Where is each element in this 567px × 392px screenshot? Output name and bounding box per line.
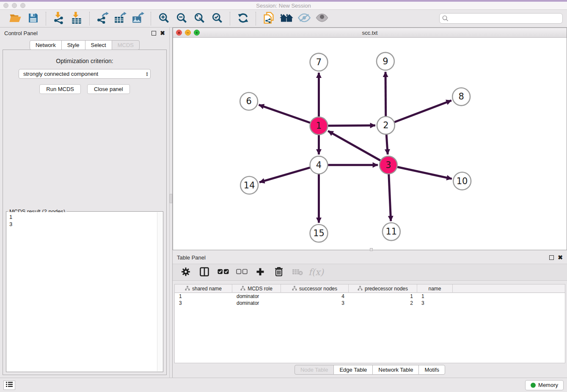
close-panel-icon[interactable]: ✖ xyxy=(160,31,165,36)
edge-3-10[interactable] xyxy=(397,167,452,179)
graph-node-8[interactable]: 8 xyxy=(452,88,470,105)
import-network-button[interactable] xyxy=(51,11,66,26)
table-cell[interactable]: dominator xyxy=(232,293,281,300)
graph-node-1[interactable]: 1 xyxy=(310,117,328,135)
column-header-MCDS-role[interactable]: MCDS role xyxy=(232,284,281,293)
network-window-titlebar[interactable]: ✕ − + scc.txt xyxy=(173,28,567,38)
export-network-button[interactable] xyxy=(95,11,110,26)
zoom-out-button[interactable] xyxy=(174,11,189,26)
svg-text:9: 9 xyxy=(383,56,388,66)
select-all-columns-button[interactable] xyxy=(216,265,230,279)
edge-3-11[interactable] xyxy=(389,174,391,221)
edge-3-1[interactable] xyxy=(328,131,380,160)
tab-select[interactable]: Select xyxy=(85,40,112,50)
frame-maximize-button[interactable]: + xyxy=(194,30,200,36)
export-table-button[interactable] xyxy=(113,11,128,26)
tree-sort-icon xyxy=(292,286,297,292)
delete-column-button[interactable] xyxy=(272,265,286,279)
open-session-button[interactable] xyxy=(8,11,23,26)
save-session-button[interactable] xyxy=(25,11,41,26)
tab-network-table[interactable]: Network Table xyxy=(372,365,419,375)
graph-node-9[interactable]: 9 xyxy=(377,52,394,70)
zoom-in-button[interactable] xyxy=(156,11,171,26)
table-cell[interactable]: 2 xyxy=(349,300,417,306)
table-cell[interactable]: 1 xyxy=(175,293,232,300)
close-window-button[interactable] xyxy=(3,3,8,8)
table-row[interactable]: 1dominator411 xyxy=(175,293,565,300)
float-panel-icon[interactable] xyxy=(549,255,554,260)
run-mcds-button[interactable]: Run MCDS xyxy=(39,84,81,94)
table-cell[interactable]: 3 xyxy=(417,300,453,306)
graph-node-15[interactable]: 15 xyxy=(310,224,328,242)
task-history-button[interactable] xyxy=(3,381,15,390)
table-cell[interactable]: 3 xyxy=(281,300,349,306)
result-scrollbar[interactable] xyxy=(157,212,162,371)
network-canvas[interactable]: 7968124314101511 xyxy=(173,38,567,250)
memory-button[interactable]: Memory xyxy=(525,380,564,390)
close-panel-button[interactable]: Close panel xyxy=(87,84,130,94)
graph-node-3[interactable]: 3 xyxy=(380,156,397,174)
graph-node-7[interactable]: 7 xyxy=(310,53,328,71)
delete-table-icon xyxy=(292,268,303,277)
import-table-button[interactable] xyxy=(69,11,84,26)
zoom-selected-button[interactable] xyxy=(209,11,225,26)
edge-4-14[interactable] xyxy=(259,167,310,182)
table-cell[interactable]: 1 xyxy=(349,293,417,300)
create-column-button[interactable] xyxy=(253,265,267,279)
graph-node-14[interactable]: 14 xyxy=(240,176,258,194)
show-column-panel-button[interactable] xyxy=(197,265,212,279)
deselect-all-columns-button[interactable] xyxy=(234,265,249,279)
frame-close-button[interactable]: ✕ xyxy=(176,30,182,36)
tab-edge-table[interactable]: Edge Table xyxy=(333,365,373,375)
column-header-name[interactable]: name xyxy=(417,284,453,293)
search-input[interactable] xyxy=(439,13,563,24)
svg-text:8: 8 xyxy=(458,91,464,102)
mcds-result-list[interactable]: 13 xyxy=(7,212,157,371)
hide-selected-button[interactable] xyxy=(297,11,312,26)
criterion-select-value: strongly connected component xyxy=(23,71,98,77)
table-cell[interactable]: 1 xyxy=(417,293,453,300)
table-cell[interactable]: 3 xyxy=(175,300,232,306)
export-image-button[interactable] xyxy=(130,11,146,26)
frame-minimize-button[interactable]: − xyxy=(185,30,191,36)
refresh-button[interactable] xyxy=(235,11,250,26)
svg-text:6: 6 xyxy=(246,96,251,106)
tab-network[interactable]: Network xyxy=(30,40,62,50)
edge-1-6[interactable] xyxy=(259,105,311,123)
graph-node-4[interactable]: 4 xyxy=(310,156,328,174)
edge-2-3[interactable] xyxy=(386,134,388,155)
houses-button[interactable] xyxy=(279,11,294,26)
column-header-shared-name[interactable]: shared name xyxy=(175,284,232,293)
zoom-fit-button[interactable] xyxy=(192,11,207,26)
show-all-button[interactable] xyxy=(314,11,330,26)
maximize-window-button[interactable] xyxy=(20,3,25,8)
graph-node-10[interactable]: 10 xyxy=(453,172,471,190)
tab-motifs[interactable]: Motifs xyxy=(418,365,445,375)
tab-style[interactable]: Style xyxy=(61,40,85,50)
panel-splitter[interactable] xyxy=(169,28,173,378)
clone-network-button[interactable] xyxy=(261,11,276,26)
criterion-select[interactable]: strongly connected component ▲▼ xyxy=(19,69,151,79)
column-header-predecessor-nodes[interactable]: predecessor nodes xyxy=(349,284,417,293)
frame-resize-grip[interactable] xyxy=(370,248,373,251)
control-panel-tabs: NetworkStyleSelectMCDS xyxy=(0,40,169,50)
graph-node-2[interactable]: 2 xyxy=(377,116,395,134)
table-cell[interactable]: dominator xyxy=(232,300,281,306)
edge-2-8[interactable] xyxy=(394,100,451,122)
column-header-successor-nodes[interactable]: successor nodes xyxy=(281,284,349,293)
minimize-window-button[interactable] xyxy=(12,3,17,8)
result-item[interactable]: 3 xyxy=(9,221,154,228)
table-settings-button[interactable] xyxy=(179,265,193,279)
graph-node-11[interactable]: 11 xyxy=(383,223,400,240)
result-item[interactable]: 1 xyxy=(9,213,154,221)
table-row[interactable]: 3dominator323 xyxy=(175,300,565,306)
edge-1-2[interactable] xyxy=(328,125,375,126)
tab-mcds[interactable]: MCDS xyxy=(112,40,140,50)
close-panel-icon[interactable]: ✖ xyxy=(558,255,563,260)
graph-node-6[interactable]: 6 xyxy=(240,92,258,110)
edge-2-9[interactable] xyxy=(385,72,386,116)
tab-node-table[interactable]: Node Table xyxy=(295,365,334,375)
float-panel-icon[interactable] xyxy=(151,31,156,36)
table-cell[interactable]: 4 xyxy=(281,293,349,300)
svg-text:15: 15 xyxy=(313,228,325,238)
